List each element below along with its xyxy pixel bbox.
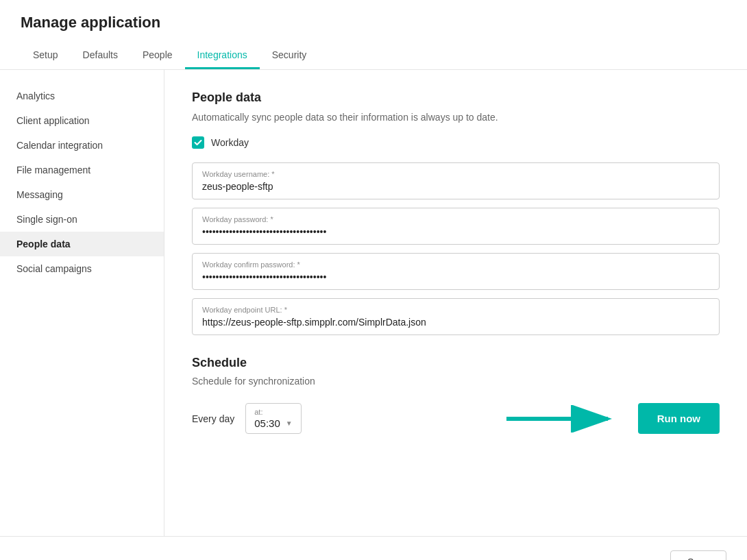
workday-password-input[interactable]	[202, 226, 709, 237]
people-data-title: People data	[192, 90, 720, 105]
tab-defaults[interactable]: Defaults	[71, 42, 130, 69]
workday-confirm-password-input[interactable]	[202, 271, 709, 282]
schedule-section: Schedule Schedule for synchronization Ev…	[192, 356, 720, 434]
time-select[interactable]: at: 05:30 ▼	[245, 403, 301, 434]
sidebar-item-people-data[interactable]: People data	[0, 232, 164, 256]
people-data-desc: Automatically sync people data so their …	[192, 112, 720, 123]
chevron-down-icon: ▼	[286, 419, 293, 427]
sidebar-item-client-application[interactable]: Client application	[0, 108, 164, 133]
time-value: 05:30	[254, 417, 280, 429]
schedule-row: Every day at: 05:30 ▼	[192, 403, 720, 434]
workday-username-field: Workday username: *	[192, 162, 720, 199]
workday-confirm-password-label: Workday confirm password: *	[202, 260, 709, 269]
workday-checkbox-row: Workday	[192, 136, 720, 149]
workday-endpoint-url-field: Workday endpoint URL: *	[192, 298, 720, 335]
workday-checkbox-label: Workday	[211, 137, 249, 148]
workday-confirm-password-field: Workday confirm password: *	[192, 253, 720, 290]
footer: Save	[0, 536, 747, 560]
time-at-label: at:	[254, 408, 292, 416]
workday-username-input[interactable]	[202, 181, 709, 192]
save-button[interactable]: Save	[670, 550, 726, 560]
main-content: People data Automatically sync people da…	[164, 70, 747, 536]
run-now-button[interactable]: Run now	[638, 403, 720, 434]
every-day-label: Every day	[192, 413, 234, 424]
workday-endpoint-url-input[interactable]	[202, 317, 709, 328]
arrow-container	[313, 405, 616, 433]
schedule-title: Schedule	[192, 356, 720, 370]
form-fields: Workday username: * Workday password: * …	[192, 162, 720, 335]
sidebar: Analytics Client application Calendar in…	[0, 70, 164, 536]
sidebar-item-social-campaigns[interactable]: Social campaigns	[0, 256, 164, 281]
sidebar-item-file-management[interactable]: File management	[0, 158, 164, 182]
sidebar-item-calendar-integration[interactable]: Calendar integration	[0, 133, 164, 158]
tab-people[interactable]: People	[130, 42, 185, 69]
sidebar-item-single-sign-on[interactable]: Single sign-on	[0, 207, 164, 232]
workday-checkbox[interactable]	[192, 136, 204, 149]
run-now-arrow-icon	[506, 405, 616, 433]
page-title: Manage application	[21, 14, 726, 32]
tab-setup[interactable]: Setup	[21, 42, 71, 69]
sidebar-item-messaging[interactable]: Messaging	[0, 182, 164, 207]
top-tabs: Setup Defaults People Integrations Secur…	[21, 42, 726, 69]
schedule-desc: Schedule for synchronization	[192, 376, 720, 387]
workday-password-field: Workday password: *	[192, 208, 720, 245]
workday-username-label: Workday username: *	[202, 170, 709, 178]
workday-password-label: Workday password: *	[202, 215, 709, 223]
sidebar-item-analytics[interactable]: Analytics	[0, 84, 164, 108]
tab-integrations[interactable]: Integrations	[185, 42, 260, 69]
tab-security[interactable]: Security	[260, 42, 319, 69]
workday-endpoint-url-label: Workday endpoint URL: *	[202, 306, 709, 314]
